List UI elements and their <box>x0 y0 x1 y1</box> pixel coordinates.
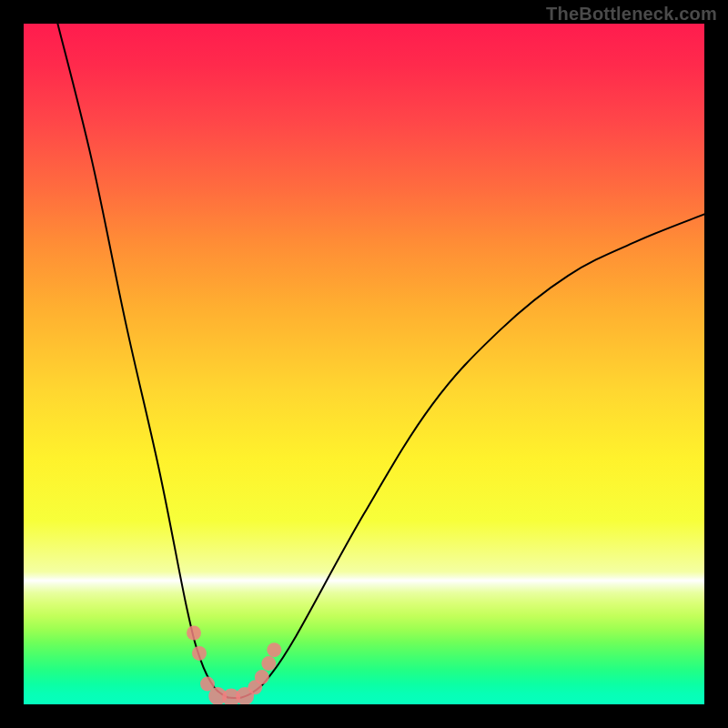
plot-area <box>24 24 704 704</box>
data-marker <box>261 656 276 671</box>
curve-layer <box>24 24 704 704</box>
data-marker <box>192 646 207 661</box>
curve-right <box>228 214 704 698</box>
curve-left <box>57 24 228 698</box>
data-marker <box>187 626 201 641</box>
data-marker <box>255 670 269 684</box>
marker-layer <box>187 626 281 705</box>
watermark-text: TheBottleneck.com <box>546 4 717 25</box>
chart-stage: TheBottleneck.com <box>0 0 728 728</box>
data-marker <box>267 642 281 657</box>
